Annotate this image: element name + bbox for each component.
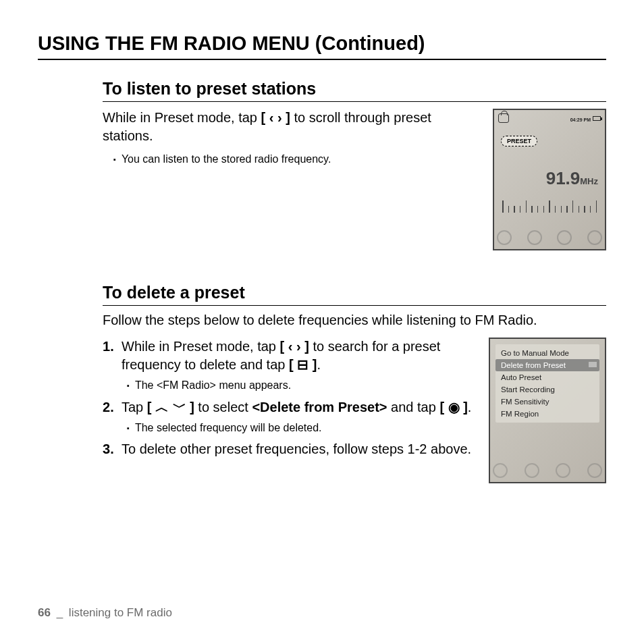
text: Tap (122, 400, 147, 414)
step-2-sub: The selected frequency will be deleted. (127, 421, 473, 435)
device-screenshot-radio: 04:29 PM PRESET 91.9MHz (493, 109, 606, 250)
nav-left-right-icon: [ ‹ › ] (261, 110, 290, 125)
status-bar: 04:29 PM (498, 113, 601, 124)
text: The <FM Radio> menu appears. (135, 378, 291, 393)
battery-icon (593, 116, 601, 121)
section-listen-preset: To listen to preset stations While in Pr… (103, 79, 606, 250)
step-2: Tap [ ︿ ﹀ ] to select <Delete from Prese… (103, 398, 473, 435)
section-heading: To delete a preset (103, 283, 606, 306)
nav-up-down-icon: [ ︿ ﹀ ] (147, 400, 194, 414)
section2-text: While in Preset mode, tap [ ‹ › ] to sea… (103, 338, 473, 468)
chapter-name: listening to FM radio (69, 606, 172, 619)
text: and tap (387, 400, 440, 414)
device-screenshot-menu: Go to Manual Mode Delete from Preset Aut… (489, 338, 606, 483)
text: . (317, 357, 321, 372)
menu-item-selected: Delete from Preset (495, 359, 599, 371)
menu-item: Start Recording (495, 383, 599, 396)
radio-icon (498, 113, 509, 123)
text: . (468, 400, 472, 414)
step-3: To delete other preset frequencies, foll… (103, 440, 473, 462)
text: While in Preset mode, tap (103, 110, 261, 125)
page-title: USING THE FM RADIO MENU (Continued) (38, 32, 606, 60)
steps-list: While in Preset mode, tap [ ‹ › ] to sea… (103, 338, 473, 462)
frequency-unit: MHz (580, 176, 598, 186)
menu-item: FM Sensitivity (495, 396, 599, 408)
page-footer: 66 _ listening to FM radio (38, 606, 172, 620)
decorative-knobs (490, 463, 605, 482)
frequency-display: 91.9MHz (494, 168, 598, 189)
decorative-knobs (494, 230, 605, 249)
footer-separator: _ (57, 606, 63, 619)
section1-text: While in Preset mode, tap [ ‹ › ] to scr… (103, 109, 477, 172)
text: The selected frequency will be deleted. (135, 421, 322, 435)
page-number: 66 (38, 606, 51, 619)
tuning-dial (502, 195, 597, 213)
step-1: While in Preset mode, tap [ ‹ › ] to sea… (103, 338, 473, 393)
select-icon: [ ◉ ] (439, 400, 467, 414)
preset-badge: PRESET (501, 136, 537, 146)
frequency-value: 91.9 (546, 168, 581, 188)
bullet-text: You can listen to the stored radio frequ… (122, 152, 331, 167)
menu-item: Auto Preset (495, 371, 599, 383)
section1-bullet: You can listen to the stored radio frequ… (113, 152, 477, 167)
clock: 04:29 PM (570, 117, 591, 122)
menu-icon: [ ⊟ ] (289, 357, 317, 372)
section-heading: To listen to preset stations (103, 79, 606, 102)
step-1-sub: The <FM Radio> menu appears. (127, 378, 473, 393)
text: While in Preset mode, tap (122, 339, 280, 354)
section1-lead: While in Preset mode, tap [ ‹ › ] to scr… (103, 109, 477, 145)
menu-item: Go to Manual Mode (495, 347, 599, 359)
section2-lead: Follow the steps below to delete frequen… (103, 313, 606, 328)
menu-item: FM Region (495, 408, 599, 420)
status-right: 04:29 PM (570, 112, 601, 124)
text: to select (194, 400, 252, 414)
section-delete-preset: To delete a preset Follow the steps belo… (103, 283, 606, 483)
menu-item-name: <Delete from Preset> (252, 400, 387, 414)
nav-left-right-icon: [ ‹ › ] (280, 339, 309, 354)
manual-page: USING THE FM RADIO MENU (Continued) To l… (0, 0, 644, 644)
text: To delete other preset frequencies, foll… (122, 440, 473, 458)
fm-radio-menu: Go to Manual Mode Delete from Preset Aut… (495, 344, 599, 423)
